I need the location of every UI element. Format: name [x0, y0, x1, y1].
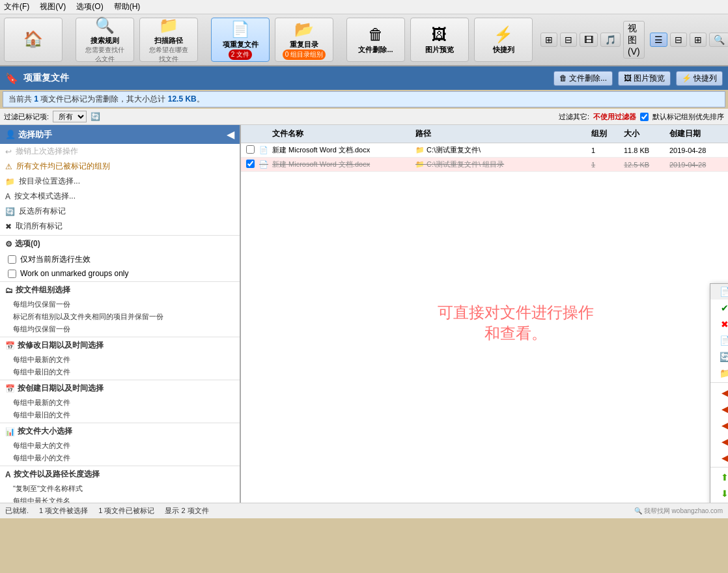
image-preview-button[interactable]: 🖼 图片预览 — [410, 18, 469, 62]
search-rule-icon: 🔍 — [95, 16, 115, 35]
row1-checkbox[interactable] — [246, 145, 255, 154]
duplicate-files-badge: 2 文件 — [229, 49, 252, 60]
options-category: ⚙ 选项(0) — [0, 235, 240, 252]
header-date[interactable]: 创建日期 — [667, 127, 725, 141]
cm-jump-up-icon: ⬆ — [718, 472, 728, 482]
create-date-newest-item[interactable]: 每组中最新的文件 — [0, 397, 240, 409]
detail-view-button[interactable]: ⊟ — [670, 33, 687, 47]
row2-checkbox[interactable] — [246, 160, 255, 168]
header-path[interactable]: 路径 — [413, 127, 589, 141]
left-panel-scroll[interactable]: ↩ 撤销上次选择操作 ⚠ 所有文件均已被标记的组别 📁 按目录位置选择... A… — [0, 144, 240, 503]
search-button[interactable]: 🔍 — [709, 33, 728, 47]
create-date-icon: 📅 — [5, 384, 15, 393]
context-menu-header[interactable]: 📄 查看/执行 新建 Microsoft Word 文档.docx Return — [710, 284, 728, 300]
filter-marked-label: 过滤已标记项: — [4, 112, 49, 122]
row1-path-icon: 📁 — [415, 146, 425, 154]
list-view-button[interactable]: ☰ — [650, 33, 667, 47]
left-panel: 👤 选择助手 ◀ ↩ 撤销上次选择操作 ⚠ 所有文件均已被标记的组别 📁 按目录… — [0, 125, 241, 503]
menu-bar: 文件(F) 视图(V) 选项(O) 帮助(H) — [0, 0, 728, 14]
shortcut-button[interactable]: ⚡ 快捷列 — [474, 18, 533, 62]
cm-file-size-icon: ◀ — [718, 453, 728, 463]
scan-path-button[interactable]: 📁 扫描路径 您希望在哪查找文件 — [139, 18, 198, 62]
undo-item[interactable]: ↩ 撤销上次选择操作 — [0, 144, 240, 159]
cm-invert-item[interactable]: 🔄 反选所有标记 — [710, 348, 728, 365]
path-copy-to-item[interactable]: "复制至"文件名称样式 — [0, 482, 240, 495]
create-date-oldest-item[interactable]: 每组中最旧的文件 — [0, 409, 240, 421]
grid-view-button[interactable]: ⊞ — [690, 33, 707, 47]
clear-icon: ✖ — [5, 222, 12, 231]
checkbox-unmarked-groups-input[interactable] — [8, 270, 16, 278]
cm-parent-folder-item[interactable]: 📁 上级文件夹 ▶ — [710, 365, 728, 381]
view-image-button[interactable]: 🎞 — [580, 33, 598, 47]
size-icon: 📊 — [5, 427, 15, 436]
row2-group: 1 — [589, 160, 621, 169]
row2-check[interactable] — [244, 159, 257, 170]
menu-options[interactable]: 选项(O) — [76, 1, 103, 12]
cm-mark-item[interactable]: ✔ 标记 ▶ — [710, 300, 728, 316]
cm-unmark-item[interactable]: ✖ 取消标记 ▶ — [710, 316, 728, 332]
row1-check[interactable] — [244, 145, 257, 156]
duplicate-dirs-button[interactable]: 📂 重复目录 0 组目录组别 — [275, 18, 333, 62]
sec-image-preview-button[interactable]: 🖼 图片预览 — [618, 71, 671, 86]
checkbox-unmarked-groups[interactable]: Work on unmarked groups only — [0, 267, 240, 280]
sec-file-delete-button[interactable]: 🗑 文件删除... — [553, 71, 613, 86]
cm-file-type-item[interactable]: ◀ 文件类型 ▶ — [710, 433, 728, 449]
default-sort-checkbox[interactable] — [640, 113, 649, 121]
row1-path: 📁 C:\测试重复文件\ — [413, 145, 589, 156]
checkbox-current-row[interactable]: 仅对当前所选行生效 — [0, 252, 240, 267]
duplicate-files-button[interactable]: 📄 项重复文件 2 文件 — [211, 18, 270, 62]
filter-bar: 过滤已标记项: 所有 🔄 过滤其它: 不使用过滤器 默认标记组别优先排序 — [0, 109, 728, 125]
menu-file[interactable]: 文件(F) — [4, 1, 29, 12]
group-mark-same-folder-item[interactable]: 标记所有组别以及文件夹相同的项目并保留一份 — [0, 311, 240, 323]
select-by-dir-item[interactable]: 📁 按目录位置选择... — [0, 174, 240, 189]
date-newest-item[interactable]: 每组中最新的文件 — [0, 354, 240, 366]
size-smallest-item[interactable]: 每组中最小的文件 — [0, 452, 240, 464]
date-oldest-item[interactable]: 每组中最旧的文件 — [0, 366, 240, 378]
cm-sep2 — [710, 467, 728, 468]
duplicate-files-icon: 📄 — [231, 20, 250, 38]
cm-jump-down-item[interactable]: ⬇ 跳转至下个被标记文件 Alt+Down — [710, 485, 728, 501]
row2-path-icon: 📁 — [415, 160, 425, 168]
cm-file-size-item[interactable]: ◀ 文件大小 ▶ — [710, 449, 728, 466]
cm-filter-path-item[interactable]: ◀ 过滤此项依据 路径 — [710, 384, 728, 400]
view-audio-button[interactable]: 🎵 — [600, 33, 621, 47]
cm-unmark-all-item[interactable]: 📄 取消所有标记 — [710, 332, 728, 348]
table-row[interactable]: 📄 新建 Microsoft Word 文档.docx 📁 C:\测试重复文件\… — [241, 143, 728, 158]
search-rule-label: 搜索规则 — [91, 36, 119, 46]
cm-jump-up-item[interactable]: ⬆ 跳转至上个被标记文件 Alt+Up — [710, 469, 728, 485]
filter-refresh-button[interactable]: 🔄 — [91, 112, 100, 121]
header-group[interactable]: 组别 — [589, 127, 621, 141]
size-largest-item[interactable]: 每组中最大的文件 — [0, 440, 240, 452]
text-icon: A — [5, 192, 10, 201]
left-panel-collapse-button[interactable]: ◀ — [227, 128, 234, 141]
home-button[interactable]: 🏠 — [4, 18, 63, 62]
sec-shortcut-button[interactable]: ⚡ 快捷列 — [676, 71, 723, 86]
select-by-text-item[interactable]: A 按文本模式选择... — [0, 189, 240, 204]
table-row[interactable]: 📄 新建 Microsoft Word 文档.docx 📁 C:\测试重复文件\… — [241, 158, 728, 172]
header-name[interactable]: 文件名称 — [270, 127, 413, 141]
invert-marks-item[interactable]: 🔄 反选所有标记 — [0, 204, 240, 219]
filter-marked-select[interactable]: 所有 — [53, 111, 87, 122]
cm-filter-type-item[interactable]: ◀ 过滤此项依据 文件类型 (.docx) — [710, 417, 728, 433]
menu-view[interactable]: 视图(V) — [40, 1, 66, 12]
status-bar: 已就绪. 1 项文件被选择 1 项文件已被标记 显示 2 项文件 🔍 我帮找网 … — [0, 503, 728, 518]
cm-filter-group-item[interactable]: ◀ 过滤此项依据 组别 (1) — [710, 400, 728, 417]
sec-title-icon: 🔖 — [5, 72, 18, 85]
group-keep-one-item[interactable]: 每组均仅保留一份 — [0, 298, 240, 311]
cm-unmark-all-icon: 📄 — [718, 335, 728, 346]
status-shown: 显示 2 项文件 — [165, 506, 208, 516]
file-delete-button[interactable]: 🗑 文件删除... — [346, 18, 405, 62]
view-grid-button[interactable]: ⊞ — [540, 33, 557, 47]
cm-unmark-icon: ✖ — [718, 319, 728, 329]
menu-help[interactable]: 帮助(H) — [114, 1, 141, 12]
context-menu: 📄 查看/执行 新建 Microsoft Word 文档.docx Return… — [710, 283, 728, 503]
checkbox-current-row-input[interactable] — [8, 255, 16, 264]
path-longest-item[interactable]: 每组中最长文件名 — [0, 495, 240, 503]
view-label[interactable]: 视图(V) — [623, 21, 645, 59]
cm-sep1 — [710, 382, 728, 383]
view-single-button[interactable]: ⊟ — [560, 33, 577, 47]
clear-marks-item[interactable]: ✖ 取消所有标记 — [0, 219, 240, 234]
header-size[interactable]: 大小 — [621, 127, 667, 141]
search-rule-button[interactable]: 🔍 搜索规则 您需要查找什么文件 — [76, 18, 134, 62]
group-keep-one2-item[interactable]: 每组均仅保留一份 — [0, 323, 240, 335]
